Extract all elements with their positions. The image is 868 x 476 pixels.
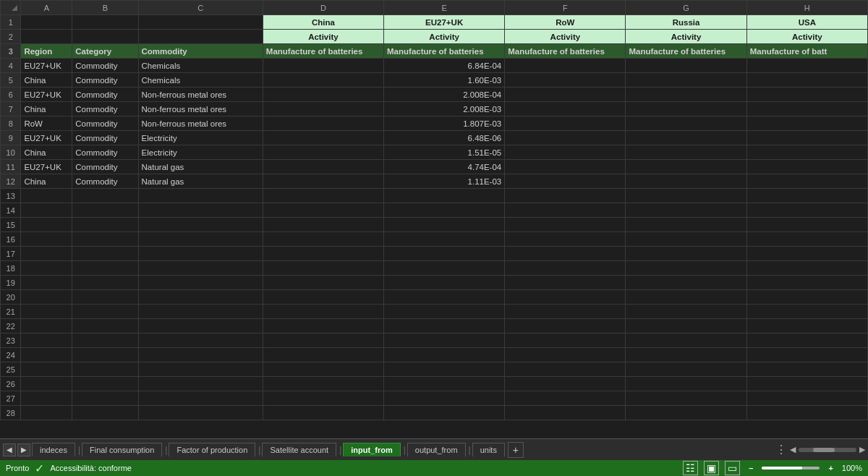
cell-10-f[interactable]: [505, 145, 626, 160]
cell-2-b[interactable]: [72, 30, 138, 44]
tab-nav-left[interactable]: ◀: [3, 443, 16, 456]
row-num-5[interactable]: 5: [1, 73, 21, 88]
cell-10-d[interactable]: [263, 145, 383, 160]
cell-2-h[interactable]: Activity: [746, 30, 867, 44]
tab-final-consumption[interactable]: Final consumption: [82, 443, 162, 456]
cell-7-d[interactable]: [263, 102, 383, 116]
cell-4-f[interactable]: [505, 59, 626, 73]
cell-10-g[interactable]: [626, 145, 746, 160]
col-header-e[interactable]: E: [384, 1, 505, 15]
cell-8-d[interactable]: [263, 116, 383, 131]
cell-3-h[interactable]: Manufacture of batt: [746, 44, 867, 59]
col-header-a[interactable]: A: [21, 1, 72, 15]
cell-10-b[interactable]: Commodity: [72, 145, 138, 160]
zoom-plus-button[interactable]: +: [825, 464, 835, 472]
page-break-icon[interactable]: ▭: [725, 461, 740, 475]
cell-6-h[interactable]: [746, 88, 867, 102]
cell-9-c[interactable]: Electricity: [138, 131, 263, 145]
cell-7-c[interactable]: Non-ferrous metal ores: [138, 102, 263, 116]
cell-13-g[interactable]: [626, 189, 746, 203]
cell-12-f[interactable]: [505, 174, 626, 189]
col-header-g[interactable]: G: [626, 1, 746, 15]
cell-1-c[interactable]: [138, 15, 263, 30]
cell-3-b[interactable]: Category: [72, 44, 138, 59]
cell-4-e[interactable]: 6.84E-04: [384, 59, 505, 73]
row-num-20[interactable]: 20: [1, 290, 21, 305]
cell-13-h[interactable]: [746, 189, 867, 203]
cell-11-f[interactable]: [505, 160, 626, 174]
cell-9-d[interactable]: [263, 131, 383, 145]
cell-1-b[interactable]: [72, 15, 138, 30]
row-num-9[interactable]: 9: [1, 131, 21, 145]
cell-10-h[interactable]: [746, 145, 867, 160]
row-num-26[interactable]: 26: [1, 377, 21, 391]
row-num-27[interactable]: 27: [1, 391, 21, 406]
cell-12-g[interactable]: [626, 174, 746, 189]
tab-scrollbar[interactable]: [799, 448, 856, 452]
cell-8-h[interactable]: [746, 116, 867, 131]
cell-4-c[interactable]: Chemicals: [138, 59, 263, 73]
cell-13-e[interactable]: [384, 189, 505, 203]
row-num-18[interactable]: 18: [1, 261, 21, 276]
cell-11-g[interactable]: [626, 160, 746, 174]
cell-4-h[interactable]: [746, 59, 867, 73]
cell-10-e[interactable]: 1.51E-05: [384, 145, 505, 160]
cell-1-e[interactable]: EU27+UK: [384, 15, 505, 30]
cell-11-e[interactable]: 4.74E-04: [384, 160, 505, 174]
cell-9-h[interactable]: [746, 131, 867, 145]
cell-4-b[interactable]: Commodity: [72, 59, 138, 73]
cell-7-b[interactable]: Commodity: [72, 102, 138, 116]
row-num-13[interactable]: 13: [1, 189, 21, 203]
row-num-24[interactable]: 24: [1, 348, 21, 362]
cell-1-a[interactable]: [21, 15, 72, 30]
cell-8-g[interactable]: [626, 116, 746, 131]
tab-factor-of-production[interactable]: Factor of production: [169, 443, 255, 456]
cell-7-h[interactable]: [746, 102, 867, 116]
tab-scroll-right[interactable]: ▶: [859, 445, 865, 454]
cell-5-e[interactable]: 1.60E-03: [384, 73, 505, 88]
cell-13-f[interactable]: [505, 189, 626, 203]
cell-1-g[interactable]: Russia: [626, 15, 746, 30]
row-num-19[interactable]: 19: [1, 276, 21, 290]
cell-5-h[interactable]: [746, 73, 867, 88]
row-num-25[interactable]: 25: [1, 362, 21, 377]
row-num-4[interactable]: 4: [1, 59, 21, 73]
tab-input-from[interactable]: input_from: [343, 443, 400, 456]
row-num-3[interactable]: 3: [1, 44, 21, 59]
col-header-h[interactable]: H: [746, 1, 867, 15]
cell-7-a[interactable]: China: [21, 102, 72, 116]
cell-6-d[interactable]: [263, 88, 383, 102]
row-num-6[interactable]: 6: [1, 88, 21, 102]
cell-8-c[interactable]: Non-ferrous metal ores: [138, 116, 263, 131]
cell-3-g[interactable]: Manufacture of batteries: [626, 44, 746, 59]
cell-8-f[interactable]: [505, 116, 626, 131]
cell-4-d[interactable]: [263, 59, 383, 73]
cell-6-g[interactable]: [626, 88, 746, 102]
cell-7-e[interactable]: 2.008E-03: [384, 102, 505, 116]
row-num-7[interactable]: 7: [1, 102, 21, 116]
cell-12-c[interactable]: Natural gas: [138, 174, 263, 189]
cell-6-c[interactable]: Non-ferrous metal ores: [138, 88, 263, 102]
tab-output-from[interactable]: output_from: [407, 443, 466, 456]
cell-2-e[interactable]: Activity: [384, 30, 505, 44]
tab-nav-right[interactable]: ▶: [17, 443, 30, 456]
tab-options-dots[interactable]: ⋮: [775, 443, 787, 456]
cell-2-g[interactable]: Activity: [626, 30, 746, 44]
cell-1-h[interactable]: USA: [746, 15, 867, 30]
row-num-23[interactable]: 23: [1, 333, 21, 348]
row-num-11[interactable]: 11: [1, 160, 21, 174]
cell-9-b[interactable]: Commodity: [72, 131, 138, 145]
cell-5-f[interactable]: [505, 73, 626, 88]
cell-13-b[interactable]: [72, 189, 138, 203]
cell-2-f[interactable]: Activity: [505, 30, 626, 44]
cell-3-d[interactable]: Manufacture of batteries: [263, 44, 383, 59]
cell-10-c[interactable]: Electricity: [138, 145, 263, 160]
row-num-1[interactable]: 1: [1, 15, 21, 30]
tab-indeces[interactable]: indeces: [32, 443, 75, 456]
zoom-minus-button[interactable]: –: [746, 464, 756, 472]
cell-3-c[interactable]: Commodity: [138, 44, 263, 59]
page-view-icon[interactable]: ▣: [704, 461, 719, 475]
cell-2-a[interactable]: [21, 30, 72, 44]
cell-6-f[interactable]: [505, 88, 626, 102]
cell-5-b[interactable]: Commodity: [72, 73, 138, 88]
